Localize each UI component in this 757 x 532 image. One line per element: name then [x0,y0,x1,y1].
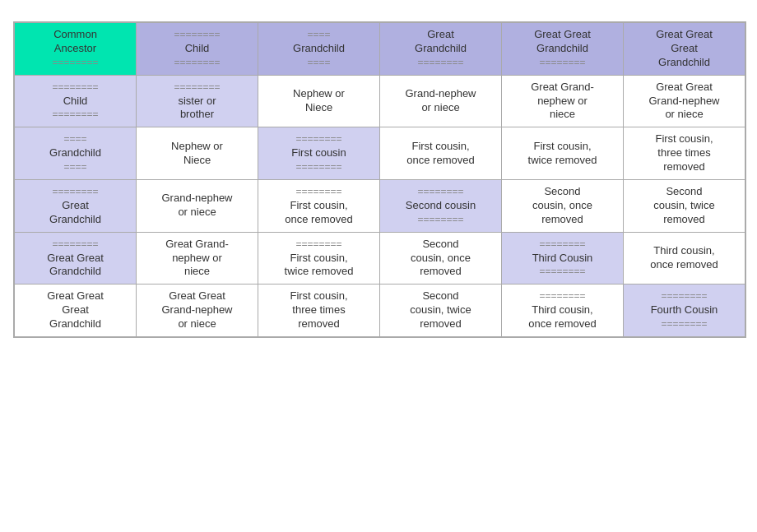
cell-text: Great [427,28,454,40]
cell-text: ======== [295,133,341,145]
cell-text: ======== [52,57,98,68]
cell-text: ======== [295,238,341,250]
cell-text: Grandchild [293,42,345,54]
cell-text: ======== [417,186,463,197]
cell-text: Great Great [169,289,225,302]
cell-text: ======== [52,109,98,120]
cell-text: First cousin, [533,140,591,152]
cell-text: ==== [307,57,330,68]
table-cell: Great GreatGrandchild======== [502,23,624,76]
table-cell: Nephew orNiece [137,127,258,180]
cell-text: once removed [528,317,596,330]
cell-text: Great Grand- [165,238,229,250]
cell-text: Grandchild [536,42,588,54]
cell-text: Grand-nephew [162,192,233,204]
cell-text: First cousin, [290,252,347,264]
table-cell: Great GreatGrand-nephewor niece [624,75,745,127]
cell-text: ======== [539,266,585,277]
cell-text: Great [62,303,89,316]
table-cell: ========Fourth Cousin======== [624,285,745,337]
cell-text: Great [62,199,89,211]
cell-text: Grandchild [49,265,101,277]
cell-text: three times [657,146,710,159]
table-cell: ========Child======== [15,75,137,127]
cell-text: niece [184,265,210,277]
table-cell: Secondcousin, onceremoved [502,180,624,233]
cell-text: Third cousin, [653,244,714,257]
table-cell: Great GreatGreatGrandchild [15,285,137,337]
cell-text: ======== [174,81,220,93]
cell-text: once removed [285,213,352,225]
table-cell: Great GreatGreatGrandchild [624,23,745,76]
cell-text: niece [550,108,575,120]
cell-text: removed [298,317,340,330]
cell-text: sister or [178,95,216,107]
cell-text: ======== [661,290,707,302]
cell-text: Nephew or [293,87,345,99]
table-cell: First cousin,three timesremoved [624,127,745,180]
cell-text: removed [541,213,583,225]
cell-text: twice removed [285,265,354,277]
cell-text: Third Cousin [532,252,593,264]
table-cell: Secondcousin, twiceremoved [380,285,502,337]
cell-text: ======== [174,57,220,68]
cell-text: Grandchild [49,317,101,330]
cell-text: Child [63,95,88,107]
cell-text: ======== [52,186,98,197]
cell-text: Second [666,185,702,197]
cell-text: Second [544,185,580,197]
cell-text: once removed [650,258,718,271]
table-cell: ========Third Cousin======== [502,232,624,285]
cell-text: ==== [307,29,330,40]
cell-text: Great Grand- [531,81,594,93]
cell-text: removed [663,213,705,225]
table-cell: ========Third cousin,once removed [502,285,624,337]
table-cell: Secondcousin, onceremoved [380,232,502,285]
cell-text: Great Great [47,289,104,302]
cell-text: or niece [178,317,216,330]
table-cell: ========Child======== [137,23,258,76]
cell-text: removed [420,265,462,277]
table-cell: First cousin,twice removed [502,127,624,180]
cell-text: nephew or [172,252,222,264]
cell-text: Niece [305,101,332,113]
table-cell: ========Great GreatGrandchild [15,232,137,285]
cell-text: ======== [52,238,98,250]
cell-text: ======== [417,57,463,68]
cell-text: ======== [417,214,463,225]
cell-text: ======== [52,81,98,93]
cell-text: Great Great [47,252,104,264]
cell-text: Third cousin, [532,303,592,316]
cell-text: Second cousin [406,199,476,211]
cell-text: First cousin, [411,140,469,152]
cell-text: ======== [295,186,341,197]
cell-text: or niece [178,206,216,218]
cell-text: Ancestor [54,42,96,54]
cell-text: once removed [406,154,474,166]
cell-text: three times [292,303,345,316]
cell-text: Nephew or [171,140,223,152]
table-cell: First cousin,three timesremoved [258,285,380,337]
cell-text: or niece [421,101,459,113]
table-cell: First cousin,once removed [380,127,502,180]
cell-text: ======== [661,318,707,330]
cell-text: ======== [295,161,341,173]
cell-text: Second [422,289,458,302]
cell-text: Second [422,238,458,250]
cell-text: Great Great [656,81,713,93]
table-cell: Great Grand-nephew orniece [137,232,258,285]
cell-text: Fourth Cousin [651,303,718,316]
table-cell: CommonAncestor======== [15,23,137,76]
cell-text: Grandchild [49,213,101,225]
table-cell: ========sister orbrother [137,75,258,127]
cell-text: ======== [539,57,585,68]
table-cell: Nephew orNiece [258,75,380,127]
table-cell: Secondcousin, twiceremoved [624,180,745,233]
cell-text: Grandchild [49,146,101,159]
cell-text: Grand-nephew [406,87,476,99]
table-cell: Great GreatGrand-nephewor niece [137,285,258,337]
cell-text: brother [180,108,214,120]
cell-text: Grandchild [658,56,710,68]
table-cell: Third cousin,once removed [624,232,745,285]
table-cell: ========First cousin,twice removed [258,232,380,285]
